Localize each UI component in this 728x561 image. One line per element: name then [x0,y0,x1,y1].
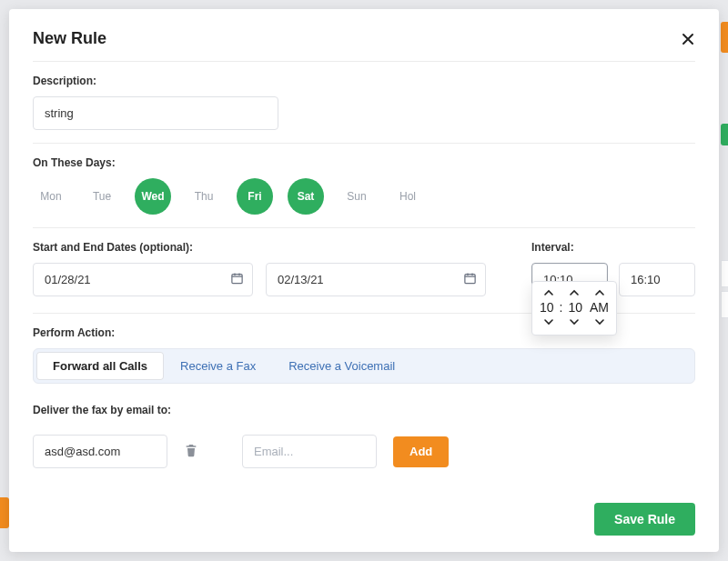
days-label: On These Days: [33,156,695,169]
meridiem-up-icon[interactable] [590,286,610,300]
hour-down-icon[interactable] [539,315,559,329]
divider [33,227,695,228]
day-mon[interactable]: Mon [33,178,69,215]
divider [33,143,695,144]
description-label: Description: [33,75,695,87]
minute-up-icon[interactable] [564,286,584,300]
action-tab-1[interactable]: Receive a Fax [164,352,272,380]
day-sat[interactable]: Sat [288,178,324,215]
action-tabgroup: Forward all CallsReceive a FaxReceive a … [33,348,695,384]
hour-up-icon[interactable] [539,286,559,300]
interval-label: Interval: [531,241,695,254]
trash-icon[interactable] [184,442,198,462]
meridiem-down-icon[interactable] [590,315,610,329]
save-rule-button[interactable]: Save Rule [594,503,695,536]
action-tab-0[interactable]: Forward all Calls [36,352,164,380]
existing-email-input[interactable] [33,435,167,468]
day-thu[interactable]: Thu [186,178,222,215]
divider [33,61,695,62]
close-icon[interactable] [681,32,695,46]
start-date-field[interactable] [33,263,253,296]
time-picker-hour[interactable]: 10 [540,300,554,315]
dates-row: Start and End Dates (optional): Interval… [33,241,695,296]
time-picker-popover: 10 : 10 AM [531,281,617,336]
day-sun[interactable]: Sun [339,178,375,215]
days-row: MonTueWedThuFriSatSunHol [33,178,695,215]
day-fri[interactable]: Fri [237,178,273,215]
start-date-input[interactable] [33,263,253,296]
end-date-input[interactable] [266,263,486,296]
day-tue[interactable]: Tue [84,178,120,215]
interval-end-input[interactable] [619,263,695,296]
time-picker-minute[interactable]: 10 [568,300,582,315]
deliver-label: Deliver the fax by email to: [33,404,695,416]
modal-footer: Save Rule [33,503,695,536]
day-hol[interactable]: Hol [389,178,426,215]
new-email-input[interactable] [242,435,377,468]
time-picker-colon: : [560,300,563,315]
add-button[interactable]: Add [393,436,449,467]
description-input[interactable] [33,96,278,130]
modal-header: New Rule [33,29,695,48]
minute-down-icon[interactable] [564,315,584,329]
end-date-field[interactable] [266,263,486,296]
deliver-row: Add [33,435,695,468]
dates-label: Start and End Dates (optional): [33,241,486,254]
new-rule-modal: New Rule Description: On These Days: Mon… [9,9,719,552]
modal-title: New Rule [33,29,106,48]
time-picker-meridiem[interactable]: AM [590,300,609,315]
day-wed[interactable]: Wed [135,178,171,215]
action-tab-2[interactable]: Receive a Voicemail [272,352,411,380]
